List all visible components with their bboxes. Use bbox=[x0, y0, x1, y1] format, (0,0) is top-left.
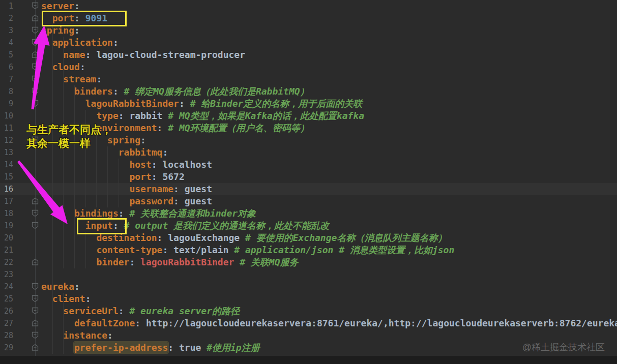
fold-marker-icon[interactable] bbox=[32, 283, 39, 290]
fold-marker-icon[interactable] bbox=[32, 39, 39, 46]
annotation-box-input bbox=[77, 218, 127, 234]
code-line: stream: bbox=[41, 73, 617, 85]
line-number: 19 bbox=[0, 220, 13, 232]
code-line: input: # output 是我们定义的通道名称，此处不能乱改 bbox=[41, 220, 617, 232]
code-line: eureka: bbox=[41, 281, 617, 293]
line-number: 14 bbox=[0, 159, 13, 171]
code-line: type: rabbit # MQ类型，如果是Kafka的话，此处配置kafka bbox=[41, 110, 617, 122]
line-number: 28 bbox=[0, 329, 13, 342]
line-number: 7 bbox=[0, 73, 13, 85]
code-line: host: localhost bbox=[41, 159, 617, 171]
line-number: 8 bbox=[0, 85, 13, 98]
code-line: instance: bbox=[41, 329, 617, 342]
code-line: environment: # MQ环境配置（用户名、密码等） bbox=[41, 122, 617, 134]
code-line: server: bbox=[41, 0, 617, 12]
fold-marker-icon[interactable] bbox=[32, 14, 39, 22]
fold-marker-icon[interactable] bbox=[32, 258, 39, 266]
watermark: @稀土掘金技术社区 bbox=[522, 341, 605, 353]
code-line: cloud: bbox=[41, 61, 617, 73]
line-number: 10 bbox=[0, 110, 13, 122]
code-line: name: lagou-cloud-stream-producer bbox=[41, 49, 617, 61]
line-number: 20 bbox=[0, 232, 13, 244]
fold-marker-icon[interactable] bbox=[32, 51, 39, 58]
code-line: spring: bbox=[41, 134, 617, 146]
code-line bbox=[41, 268, 617, 281]
code-line: rabbitmq: bbox=[41, 146, 617, 159]
code-line: port: 5672 bbox=[41, 171, 617, 183]
code-line: content-type: text/plain # application/j… bbox=[41, 244, 617, 256]
fold-marker-icon[interactable] bbox=[32, 319, 39, 327]
line-number: 13 bbox=[0, 146, 13, 159]
code-line: client: bbox=[41, 293, 617, 305]
code-line: lagouRabbitBinder: # 给Binder定义的名称，用于后面的关… bbox=[41, 98, 617, 110]
line-number: 27 bbox=[0, 317, 13, 329]
code-editor: 1234567891011121314151617181920212223242… bbox=[0, 0, 617, 364]
line-number: 3 bbox=[0, 24, 13, 37]
editor-gutter: 1234567891011121314151617181920212223242… bbox=[0, 0, 13, 354]
line-number: 25 bbox=[0, 293, 13, 305]
line-number: 12 bbox=[0, 134, 13, 146]
annotation-note-line1: 与生产者不同点， bbox=[26, 123, 112, 136]
fold-marker-icon[interactable] bbox=[32, 209, 39, 217]
line-number: 1 bbox=[0, 0, 13, 12]
code-line: destination: lagouExchange # 要使用的Exchang… bbox=[41, 232, 617, 244]
code-line: serviceUrl: # eureka server的路径 bbox=[41, 305, 617, 317]
annotation-note-line2: 其余一模一样 bbox=[26, 136, 112, 150]
code-line: binder: lagouRabbitBinder # 关联MQ服务 bbox=[41, 256, 617, 268]
line-number: 6 bbox=[0, 61, 13, 73]
line-number: 16 bbox=[0, 183, 13, 195]
fold-marker-icon[interactable] bbox=[32, 344, 39, 351]
fold-marker-icon[interactable] bbox=[32, 2, 39, 10]
code-line: spring: bbox=[41, 24, 617, 37]
line-number: 22 bbox=[0, 256, 13, 268]
line-number: 2 bbox=[0, 12, 13, 24]
line-number: 26 bbox=[0, 305, 13, 317]
line-number: 23 bbox=[0, 268, 13, 281]
code-line: binders: # 绑定MQ服务信息（此处我们是RabbitMQ） bbox=[41, 85, 617, 98]
code-area[interactable]: server: port: 9091spring: application: n… bbox=[41, 0, 617, 354]
code-line: port: 9091 bbox=[41, 12, 617, 24]
fold-marker-icon[interactable] bbox=[32, 87, 39, 95]
line-number: 11 bbox=[0, 122, 13, 134]
fold-marker-icon[interactable] bbox=[32, 197, 39, 205]
line-number: 4 bbox=[0, 37, 13, 49]
fold-marker-icon[interactable] bbox=[32, 63, 39, 71]
line-number: 24 bbox=[0, 281, 13, 293]
fold-marker-icon[interactable] bbox=[32, 331, 39, 339]
code-line: application: bbox=[41, 37, 617, 49]
code-line: password: guest bbox=[41, 195, 617, 207]
line-number: 21 bbox=[0, 244, 13, 256]
line-number: 29 bbox=[0, 342, 13, 354]
line-number: 9 bbox=[0, 98, 13, 110]
code-line: bindings: # 关联整合通道和binder对象 bbox=[41, 207, 617, 220]
annotation-box-port bbox=[42, 11, 127, 26]
line-number: 5 bbox=[0, 49, 13, 61]
fold-marker-icon[interactable] bbox=[32, 307, 39, 315]
code-line: username: guest bbox=[41, 183, 617, 195]
line-number: 15 bbox=[0, 171, 13, 183]
fold-marker-icon[interactable] bbox=[32, 295, 39, 302]
annotation-note: 与生产者不同点， 其余一模一样 bbox=[26, 123, 112, 150]
fold-marker-icon[interactable] bbox=[32, 222, 39, 229]
line-number: 18 bbox=[0, 207, 13, 220]
line-number: 17 bbox=[0, 195, 13, 207]
fold-marker-icon[interactable] bbox=[32, 26, 39, 34]
fold-marker-icon[interactable] bbox=[32, 75, 39, 83]
bottom-strip bbox=[0, 356, 617, 364]
code-line: defaultZone: http://lagoucloudeurekaserv… bbox=[41, 317, 617, 329]
fold-marker-icon[interactable] bbox=[32, 100, 39, 107]
